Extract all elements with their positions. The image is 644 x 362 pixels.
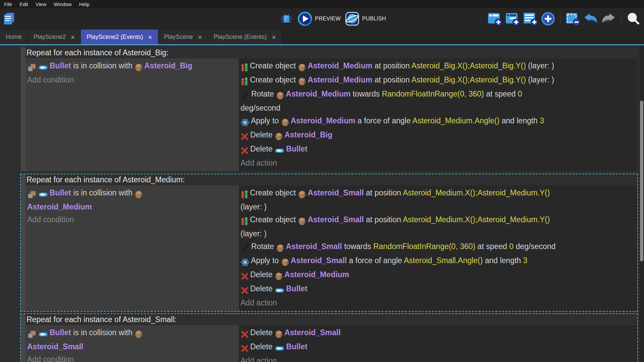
- menu-file[interactable]: File: [3, 1, 13, 7]
- asteroid-icon: [276, 241, 284, 254]
- asteroid-icon: [135, 61, 143, 73]
- preview-label: PREVIEW: [315, 16, 341, 22]
- publish-label: PUBLISH: [362, 16, 386, 22]
- tab-playscene2-events[interactable]: PlayScene2 (Events)×: [81, 29, 158, 44]
- add-action-button[interactable]: Add action: [240, 157, 622, 169]
- condition-instruction[interactable]: Bullet is in collision with Asteroid_Big: [27, 59, 236, 73]
- close-icon[interactable]: ×: [148, 34, 152, 41]
- action-instruction[interactable]: Apply to Asteroid_Medium a force of angl…: [240, 114, 622, 128]
- add-event-icon[interactable]: [487, 11, 503, 26]
- tab-playscene[interactable]: PlayScene×: [158, 29, 208, 44]
- instruction-text: at position: [372, 61, 411, 70]
- asteroid-icon: [298, 188, 306, 200]
- close-icon[interactable]: ×: [71, 34, 75, 41]
- event-body: Bullet is in collision with Asteroid_Sma…: [25, 325, 637, 362]
- asteroid-icon: [298, 215, 306, 227]
- object-name: Bullet: [50, 328, 71, 337]
- undo-icon[interactable]: [583, 12, 598, 25]
- scrollbar-thumb[interactable]: [640, 101, 643, 261]
- event-main: Repeat for each instance of Asteroid_Med…: [25, 174, 637, 311]
- action-instruction[interactable]: Delete Bullet: [240, 142, 622, 157]
- toolbar-separator: [621, 13, 621, 24]
- add-condition-button[interactable]: Add condition: [27, 73, 236, 86]
- object-name: Bullet: [50, 188, 71, 197]
- add-comment-icon[interactable]: [523, 11, 538, 26]
- delete-icon: [241, 284, 249, 296]
- object-name: Asteroid_Small: [27, 342, 83, 351]
- publish-button[interactable]: PUBLISH: [345, 11, 386, 26]
- object-name: Asteroid_Small: [308, 215, 364, 224]
- add-condition-button[interactable]: Add condition: [27, 213, 236, 226]
- event-header[interactable]: Repeat for each instance of Asteroid_Sma…: [25, 314, 637, 325]
- redo-icon[interactable]: [601, 12, 616, 25]
- action-instruction[interactable]: Rotate Asteroid_Medium towards RandomFlo…: [240, 87, 622, 114]
- expression-text: Asteroid_Medium.Angle(): [413, 116, 500, 125]
- delete-selection-icon[interactable]: [565, 11, 581, 26]
- condition-instruction[interactable]: Bullet is in collision with Asteroid_Sma…: [27, 326, 236, 353]
- instruction-text: at position: [364, 215, 403, 224]
- tab-playscene2[interactable]: PlayScene2×: [28, 29, 81, 44]
- add-action-button[interactable]: Add action: [240, 354, 622, 362]
- asteroid-icon: [275, 327, 283, 340]
- action-instruction[interactable]: Apply to Asteroid_Small a force of angle…: [240, 254, 622, 268]
- menu-view[interactable]: View: [35, 1, 47, 7]
- close-icon[interactable]: ×: [198, 34, 202, 41]
- action-instruction[interactable]: Create object Asteroid_Small at position…: [240, 186, 622, 213]
- menu-edit[interactable]: Edit: [18, 1, 29, 7]
- toolbar-center: PREVIEW PUBLISH: [279, 8, 386, 29]
- instruction-text: Delete: [250, 144, 275, 153]
- project-manager-icon[interactable]: [3, 12, 15, 25]
- event-block-1[interactable]: Repeat for each instance of Asteroid_Big…: [20, 47, 638, 172]
- preview-button[interactable]: PREVIEW: [298, 11, 341, 26]
- tab-label: PlayScene2: [34, 34, 66, 41]
- event-block-3[interactable]: Repeat for each instance of Asteroid_Sma…: [20, 313, 638, 362]
- instruction-text: a force of angle: [347, 256, 404, 265]
- action-instruction[interactable]: Create object Asteroid_Medium at positio…: [240, 59, 622, 73]
- event-drag-handle[interactable]: [21, 47, 25, 171]
- event-header[interactable]: Repeat for each instance of Asteroid_Med…: [25, 174, 637, 185]
- asteroid-icon: [281, 116, 289, 128]
- action-instruction[interactable]: Delete Bullet: [240, 340, 622, 354]
- add-condition-button[interactable]: Add condition: [27, 353, 236, 362]
- instruction-text: is in collision with: [71, 188, 135, 197]
- action-instruction[interactable]: Create object Asteroid_Medium at positio…: [240, 73, 622, 87]
- action-instruction[interactable]: Delete Asteroid_Big: [240, 128, 622, 142]
- expression-text: Asteroid_Big.X();Asteroid_Big.Y(): [412, 61, 526, 70]
- tab-playscene-events[interactable]: PlayScene (Events)×: [208, 29, 282, 44]
- search-icon[interactable]: [626, 12, 640, 26]
- bullet-icon: [39, 188, 48, 200]
- object-name: Bullet: [286, 284, 308, 293]
- vertical-scrollbar[interactable]: [639, 45, 644, 362]
- event-block-2[interactable]: Repeat for each instance of Asteroid_Med…: [20, 174, 638, 312]
- close-icon[interactable]: ×: [272, 34, 276, 41]
- event-header[interactable]: Repeat for each instance of Asteroid_Big…: [25, 47, 637, 58]
- debug-icon[interactable]: [279, 12, 293, 26]
- tab-home[interactable]: Home: [0, 29, 28, 44]
- bullet-icon: [275, 144, 284, 157]
- add-subevent-icon[interactable]: [505, 11, 521, 26]
- event-drag-handle[interactable]: [21, 174, 25, 311]
- conditions-column: Bullet is in collision with Asteroid_Med…: [25, 185, 239, 311]
- add-action-button[interactable]: Add action: [240, 296, 622, 309]
- toolbar-separator: [560, 13, 560, 24]
- action-instruction[interactable]: Delete Asteroid_Small: [240, 326, 622, 340]
- expression-text: 0: [509, 242, 514, 251]
- actions-column: Delete Asteroid_SmallDelete BulletAdd ac…: [239, 325, 637, 362]
- action-instruction[interactable]: Create object Asteroid_Small at position…: [240, 213, 622, 240]
- action-instruction[interactable]: Delete Bullet: [240, 282, 622, 296]
- instruction-text: is in collision with: [71, 61, 135, 70]
- action-instruction[interactable]: Delete Asteroid_Medium: [240, 268, 622, 282]
- instruction-text: deg/second: [240, 104, 280, 112]
- condition-instruction[interactable]: Bullet is in collision with Asteroid_Med…: [27, 186, 236, 213]
- event-drag-handle[interactable]: [21, 314, 25, 362]
- action-instruction[interactable]: Rotate Asteroid_Small towards RandomFloa…: [240, 240, 622, 254]
- menu-help[interactable]: Help: [78, 1, 91, 7]
- create-object-icon: [241, 75, 248, 87]
- choose-event-icon[interactable]: [541, 11, 555, 26]
- toolbar-left: [3, 12, 15, 25]
- object-name: Asteroid_Big: [144, 61, 192, 70]
- toolbar: PREVIEW PUBLISH: [0, 8, 644, 29]
- menu-window[interactable]: Window: [53, 1, 72, 7]
- tab-bar: HomePlayScene2×PlayScene2 (Events)×PlayS…: [0, 29, 644, 44]
- instruction-text: and length: [483, 256, 523, 265]
